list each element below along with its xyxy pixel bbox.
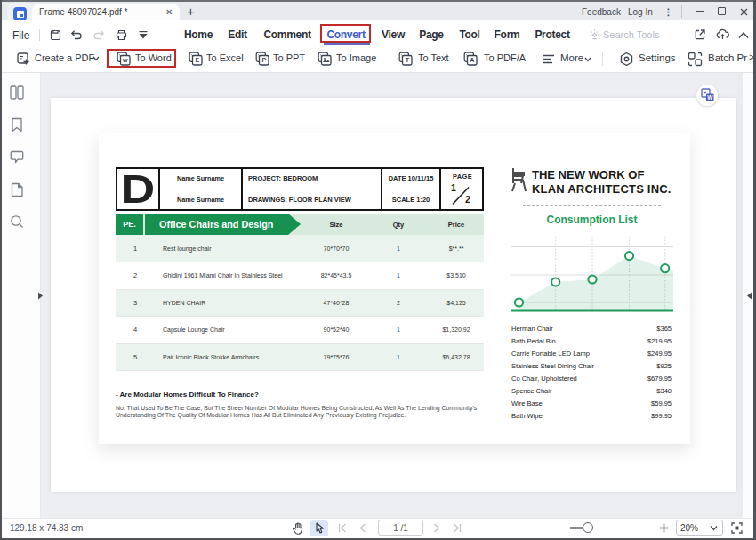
svg-text:T: T — [406, 57, 410, 63]
svg-text:P: P — [261, 57, 266, 63]
svg-text:E: E — [195, 57, 199, 63]
svg-text:W: W — [707, 94, 713, 101]
svg-text:A: A — [470, 57, 474, 63]
svg-text:w: w — [122, 57, 128, 63]
